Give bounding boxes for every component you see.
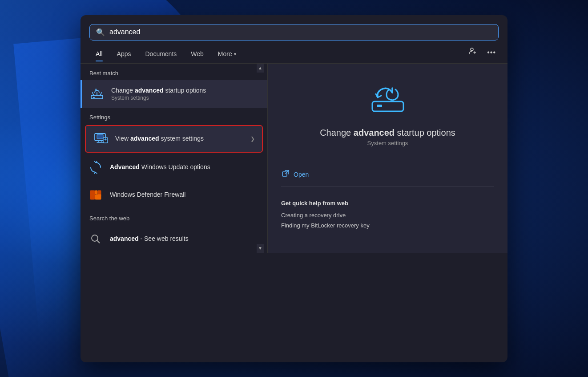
svg-rect-12 xyxy=(377,105,382,107)
tab-documents[interactable]: Documents xyxy=(139,47,183,61)
search-icon: 🔍 xyxy=(96,28,105,36)
quick-help-title: Get quick help from web xyxy=(281,200,494,207)
search-bar-container: 🔍 xyxy=(81,15,507,41)
result-windows-update[interactable]: Advanced Windows Update options ❯ xyxy=(81,154,267,181)
search-web-label: Search the web xyxy=(81,209,267,225)
web-search-icon xyxy=(88,231,104,247)
preview-icon-area xyxy=(281,77,494,119)
recovery-drive-link[interactable]: Creating a recovery drive xyxy=(281,210,494,220)
search-input[interactable] xyxy=(109,28,492,36)
main-content: ▲ Best match Change a xyxy=(81,64,507,253)
person-switch-button[interactable] xyxy=(466,45,480,60)
result-defender[interactable]: Windows Defender Firewall ❯ xyxy=(81,181,267,209)
tabs-row: All Apps Documents Web More ▾ ••• xyxy=(81,41,507,64)
defender-title: Windows Defender Firewall xyxy=(110,191,260,199)
web-search-title: advanced - See web results xyxy=(110,235,260,243)
svg-rect-2 xyxy=(93,97,95,98)
change-startup-subtitle: System settings xyxy=(111,95,260,101)
scroll-up-button[interactable]: ▲ xyxy=(257,64,264,73)
svg-rect-1 xyxy=(91,95,103,99)
external-link-icon xyxy=(282,170,289,179)
view-system-text: View advanced system settings xyxy=(115,134,244,142)
tab-all[interactable]: All xyxy=(89,47,109,61)
preview-title: Change advanced startup options xyxy=(281,128,494,138)
chevron-down-icon: ▾ xyxy=(234,52,236,57)
change-startup-title: Change advanced startup options xyxy=(111,86,260,94)
svg-rect-4 xyxy=(97,134,103,139)
best-match-label: Best match xyxy=(81,64,267,80)
windows-update-text: Advanced Windows Update options xyxy=(110,163,260,171)
more-options-button[interactable]: ••• xyxy=(484,46,499,59)
web-search-text: advanced - See web results xyxy=(110,235,260,243)
right-panel: Change advanced startup options System s… xyxy=(267,64,507,253)
left-panel: ▲ Best match Change a xyxy=(81,64,267,253)
preview-open-button[interactable]: Open xyxy=(281,167,494,182)
defender-text: Windows Defender Firewall xyxy=(110,191,260,199)
svg-point-0 xyxy=(471,48,473,51)
chevron-right-icon: ❯ xyxy=(250,136,255,142)
view-system-title: View advanced system settings xyxy=(115,134,244,142)
svg-rect-6 xyxy=(90,191,95,199)
open-label: Open xyxy=(294,171,309,178)
bitlocker-link[interactable]: Finding my BitLocker recovery key xyxy=(281,220,494,231)
search-window: 🔍 All Apps Documents Web More ▾ xyxy=(81,15,507,362)
result-change-startup[interactable]: Change advanced startup options System s… xyxy=(81,80,267,108)
preview-startup-icon xyxy=(368,77,408,119)
quick-help-divider xyxy=(281,186,494,186)
result-web-search[interactable]: advanced - See web results ❯ xyxy=(81,225,267,253)
scroll-down-button[interactable]: ▼ xyxy=(257,244,264,253)
firewall-icon xyxy=(88,187,104,203)
settings-label: Settings xyxy=(81,108,267,124)
startup-icon xyxy=(89,86,105,102)
windows-update-title: Advanced Windows Update options xyxy=(110,163,260,171)
preview-divider xyxy=(281,160,494,160)
update-icon xyxy=(88,159,104,175)
tab-web[interactable]: Web xyxy=(185,47,210,61)
person-switch-icon xyxy=(468,47,477,56)
search-bar: 🔍 xyxy=(89,24,499,41)
tab-apps[interactable]: Apps xyxy=(111,47,137,61)
result-view-system[interactable]: View advanced system settings ❯ xyxy=(85,125,263,153)
preview-subtitle: System settings xyxy=(281,140,494,146)
change-startup-text: Change advanced startup options System s… xyxy=(111,86,260,101)
svg-rect-9 xyxy=(95,195,101,199)
ellipsis-icon: ••• xyxy=(487,49,496,56)
monitor-icon xyxy=(93,131,109,147)
tab-more[interactable]: More ▾ xyxy=(212,47,242,61)
svg-rect-7 xyxy=(95,191,97,194)
